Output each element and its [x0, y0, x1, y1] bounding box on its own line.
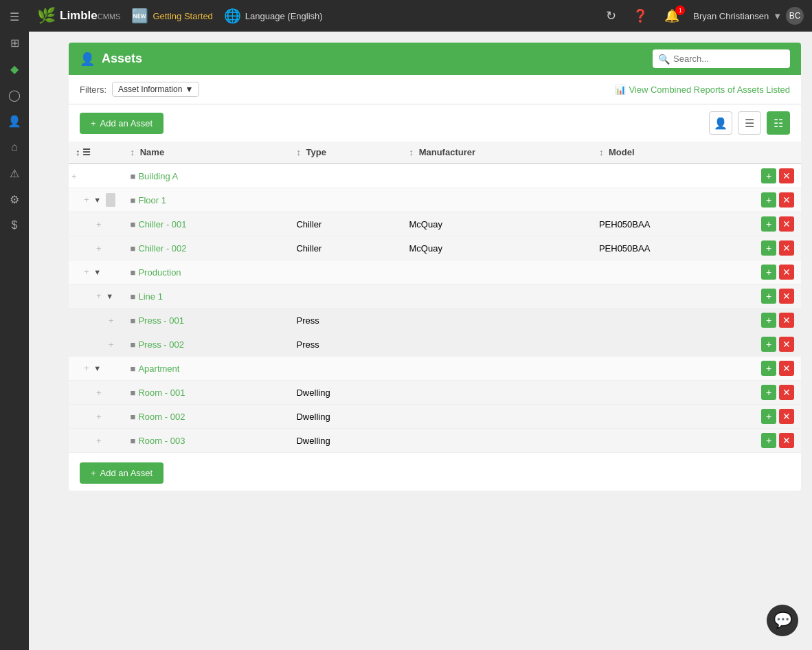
- search-input[interactable]: [653, 49, 790, 68]
- row-delete-button[interactable]: ✕: [779, 337, 794, 352]
- row-delete-button[interactable]: ✕: [779, 313, 794, 328]
- asset-manufacturer: [403, 405, 592, 429]
- drag-handle[interactable]: +: [96, 291, 102, 301]
- avatar: BC: [786, 7, 804, 25]
- chat-bubble[interactable]: 💬: [767, 605, 798, 636]
- expand-button[interactable]: ▼: [91, 193, 104, 207]
- getting-started-icon: 🆕: [131, 8, 148, 24]
- table-row: + ■ Press - 001 Press + ✕: [69, 309, 801, 333]
- asset-link[interactable]: Room - 002: [138, 412, 185, 422]
- refresh-icon[interactable]: ↻: [603, 5, 619, 26]
- table-row: + ■ Press - 002 Press + ✕: [69, 333, 801, 357]
- table-row: + ■ Chiller - 002 ChillerMcQuayPEH050BAA…: [69, 236, 801, 260]
- asset-type: Dwelling: [289, 405, 402, 429]
- chevron-down-icon: ▼: [773, 11, 782, 21]
- th-manufacturer[interactable]: ↕ Manufacturer: [403, 142, 592, 164]
- drag-handle[interactable]: +: [96, 436, 102, 446]
- chat-icon: 💬: [774, 612, 792, 629]
- asset-link[interactable]: Press - 001: [138, 315, 183, 326]
- row-delete-button[interactable]: ✕: [779, 168, 794, 183]
- row-add-button[interactable]: +: [761, 216, 776, 232]
- th-name[interactable]: ↕ Name: [124, 142, 290, 164]
- expand-button[interactable]: ▼: [103, 289, 117, 303]
- row-add-button[interactable]: +: [761, 433, 776, 448]
- drag-handle[interactable]: +: [96, 388, 102, 398]
- row-add-button[interactable]: +: [761, 409, 776, 424]
- expand-button[interactable]: ▼: [91, 265, 104, 279]
- asset-manufacturer: [403, 381, 592, 405]
- asset-model: PEH050BAA: [592, 236, 746, 260]
- getting-started-nav[interactable]: 🆕 Getting Started: [131, 8, 212, 24]
- language-icon: 🌐: [224, 8, 241, 24]
- language-nav[interactable]: 🌐 Language (English): [224, 8, 323, 24]
- notifications-wrap[interactable]: 🔔 1: [662, 8, 682, 23]
- view-reports-link[interactable]: 📊 View Combined Reports of Assets Listed: [615, 85, 790, 95]
- asset-model: [592, 284, 746, 309]
- add-icon: +: [91, 118, 96, 128]
- settings-icon[interactable]: ⚙: [3, 188, 25, 210]
- asset-link[interactable]: Apartment: [138, 363, 179, 374]
- drag-handle[interactable]: +: [96, 219, 102, 229]
- drag-handle[interactable]: +: [84, 363, 89, 373]
- row-delete-button[interactable]: ✕: [779, 289, 794, 304]
- list-view-button[interactable]: ☰: [738, 111, 761, 135]
- row-add-button[interactable]: +: [761, 385, 776, 400]
- row-delete-button[interactable]: ✕: [779, 385, 794, 400]
- row-delete-button[interactable]: ✕: [779, 265, 794, 280]
- row-add-button[interactable]: +: [761, 337, 776, 352]
- assets-nav-icon[interactable]: ◆: [3, 58, 25, 80]
- sort-model-icon: ↕: [599, 147, 604, 157]
- asset-link[interactable]: Room - 003: [138, 436, 185, 446]
- row-add-button[interactable]: +: [761, 313, 776, 328]
- asset-link[interactable]: Building A: [138, 171, 178, 181]
- alert-icon[interactable]: ⚠: [3, 162, 25, 184]
- row-delete-button[interactable]: ✕: [779, 240, 794, 256]
- col-model-label: Model: [609, 147, 635, 157]
- row-add-button[interactable]: +: [761, 265, 776, 280]
- th-type[interactable]: ↕ Type: [289, 142, 402, 164]
- asset-link[interactable]: Chiller - 002: [138, 243, 186, 254]
- dashboard-icon[interactable]: ⊞: [3, 32, 25, 54]
- asset-icon: ■: [131, 315, 136, 326]
- asset-link[interactable]: Room - 001: [138, 388, 185, 398]
- table-toolbar: + Add an Asset 👤 ☰ ☷: [69, 104, 801, 142]
- row-add-button[interactable]: +: [761, 168, 776, 183]
- drag-handle[interactable]: +: [84, 267, 89, 277]
- group-view-button[interactable]: 👤: [709, 111, 732, 135]
- asset-link[interactable]: Production: [138, 267, 181, 278]
- row-add-button[interactable]: +: [761, 192, 776, 208]
- asset-type: Press: [289, 309, 402, 333]
- row-delete-button[interactable]: ✕: [779, 433, 794, 448]
- row-delete-button[interactable]: ✕: [779, 192, 794, 208]
- map-icon[interactable]: ◯: [3, 84, 25, 106]
- dollar-icon[interactable]: $: [3, 214, 25, 236]
- help-icon[interactable]: ❓: [630, 5, 651, 26]
- asset-link[interactable]: Line 1: [138, 291, 162, 302]
- row-add-button[interactable]: +: [761, 361, 776, 376]
- row-add-button[interactable]: +: [761, 240, 776, 256]
- asset-information-filter[interactable]: Asset Information ▼: [112, 82, 199, 97]
- asset-link[interactable]: Press - 002: [138, 339, 183, 350]
- asset-link[interactable]: Floor 1: [138, 195, 166, 205]
- drag-handle[interactable]: +: [109, 339, 114, 350]
- menu-icon[interactable]: ☰: [3, 5, 25, 27]
- row-delete-button[interactable]: ✕: [779, 216, 794, 232]
- user-menu[interactable]: Bryan Christiansen ▼ BC: [693, 7, 804, 25]
- home-icon[interactable]: ⌂: [3, 136, 25, 158]
- users-icon[interactable]: 👤: [3, 110, 25, 132]
- asset-link[interactable]: Chiller - 001: [138, 219, 186, 229]
- drag-handle[interactable]: +: [96, 243, 102, 254]
- drag-handle[interactable]: +: [71, 171, 77, 181]
- drag-handle[interactable]: +: [96, 412, 102, 422]
- tree-view-button[interactable]: ☷: [767, 111, 790, 135]
- row-delete-button[interactable]: ✕: [779, 361, 794, 376]
- row-add-button[interactable]: +: [761, 289, 776, 304]
- th-model[interactable]: ↕ Model: [592, 142, 746, 164]
- table-row: + ■ Building A + ✕: [69, 164, 801, 188]
- drag-handle[interactable]: +: [109, 315, 114, 326]
- add-asset-button[interactable]: + Add an Asset: [80, 113, 163, 134]
- drag-handle[interactable]: +: [84, 194, 89, 205]
- row-delete-button[interactable]: ✕: [779, 409, 794, 424]
- expand-button[interactable]: ▼: [91, 361, 104, 375]
- add-asset-bottom-button[interactable]: + Add an Asset: [80, 462, 163, 484]
